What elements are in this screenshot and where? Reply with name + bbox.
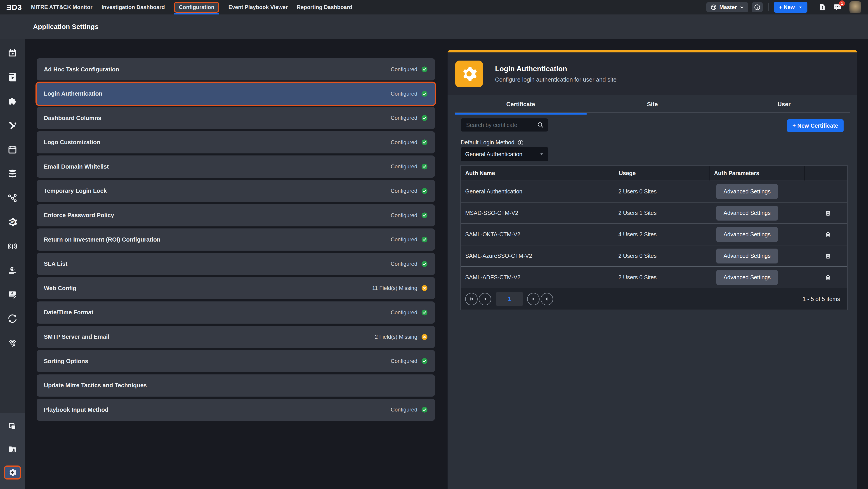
notifications-button[interactable]: 1 <box>833 3 842 11</box>
nav-tab-mitre-att-ck-monitor[interactable]: MITRE ATT&CK Monitor <box>31 4 92 10</box>
new-button[interactable]: + New <box>774 2 807 13</box>
sidebar-item-fingerprint[interactable] <box>0 331 25 355</box>
setting-item-dashboard-columns[interactable]: Dashboard ColumnsConfigured <box>37 107 435 129</box>
globe-report-icon <box>7 265 18 275</box>
status-missing-icon <box>421 334 428 340</box>
sidebar-item-calendar[interactable] <box>0 138 25 162</box>
status-text: Configured <box>391 163 417 170</box>
subheader: Application Settings <box>0 14 868 39</box>
sidebar-item-database[interactable] <box>0 162 25 186</box>
delete-icon[interactable] <box>825 231 831 238</box>
delete-icon[interactable] <box>825 274 831 281</box>
actions-cell <box>804 267 847 288</box>
sidebar-item-calendar-play[interactable] <box>0 41 25 65</box>
share-nodes-icon <box>7 193 18 203</box>
setting-item-playbook-input-method[interactable]: Playbook Input MethodConfigured <box>37 399 435 421</box>
release-notes-icon[interactable] <box>819 3 826 11</box>
sidebar-item-folder-user[interactable] <box>0 438 25 461</box>
setting-item-ad-hoc-task-configuration[interactable]: Ad Hoc Task ConfigurationConfigured <box>37 58 435 80</box>
playbook-icon <box>7 72 18 82</box>
search-input[interactable] <box>461 122 537 128</box>
setting-item-smtp-server-and-email[interactable]: SMTP Server and Email2 Field(s) Missing <box>37 326 435 348</box>
nav-tab-configuration[interactable]: Configuration <box>174 2 219 13</box>
next-page-button[interactable] <box>527 293 539 305</box>
status-text: Configured <box>391 406 417 413</box>
status-configured-icon <box>421 188 428 194</box>
setting-item-email-domain-whitelist[interactable]: Email Domain WhitelistConfigured <box>37 156 435 177</box>
sidebar-item-api-gear[interactable]: API <box>0 210 25 234</box>
advanced-settings-button[interactable]: Advanced Settings <box>716 184 778 199</box>
setting-label: Login Authentication <box>44 90 102 97</box>
status-text: Configured <box>391 139 417 145</box>
sidebar-item-copy[interactable] <box>0 415 25 438</box>
actions-cell <box>804 224 847 245</box>
panel-title: Login Authentication <box>495 65 617 73</box>
actions-cell <box>804 181 847 202</box>
sidebar-item-gear[interactable] <box>0 461 25 484</box>
sidebar-item-tools[interactable] <box>0 113 25 138</box>
status-text: Configured <box>391 91 417 97</box>
tab-certificate[interactable]: Certificate <box>455 95 587 113</box>
last-page-button[interactable] <box>541 293 553 305</box>
current-page[interactable]: 1 <box>496 292 523 306</box>
setting-item-sorting-options[interactable]: Sorting OptionsConfigured <box>37 350 435 372</box>
status-configured-icon <box>421 212 428 219</box>
sidebar-top-group: API <box>0 41 25 355</box>
column-header-usage: Usage <box>614 166 709 181</box>
setting-item-logo-customization[interactable]: Logo CustomizationConfigured <box>37 131 435 154</box>
database-icon <box>7 169 18 179</box>
actions-cell <box>804 246 847 266</box>
setting-label: Sorting Options <box>44 358 88 365</box>
nav-tab-investigation-dashboard[interactable]: Investigation Dashboard <box>101 4 165 10</box>
setting-item-login-authentication[interactable]: Login AuthenticationConfigured <box>37 83 435 105</box>
table-body: General Authentication2 Users 0 SitesAdv… <box>461 181 847 288</box>
first-page-button[interactable] <box>465 293 477 305</box>
info-button[interactable] <box>752 2 763 12</box>
column-header-actions <box>804 166 847 181</box>
site-selector[interactable]: Master <box>706 2 748 12</box>
setting-item-date-time-format[interactable]: Date/Time FormatConfigured <box>37 301 435 324</box>
usage-cell: 2 Users 0 Sites <box>614 267 709 288</box>
table-row-general-authentication: General Authentication2 Users 0 SitesAdv… <box>461 181 847 202</box>
setting-item-update-mitre-tactics-and-techniques[interactable]: Update Mitre Tactics and Techniques <box>37 374 435 397</box>
advanced-settings-button[interactable]: Advanced Settings <box>716 227 778 242</box>
sidebar-item-broadcast[interactable] <box>0 234 25 258</box>
tab-user[interactable]: User <box>718 95 850 113</box>
prev-page-button[interactable] <box>479 293 491 305</box>
avatar[interactable] <box>849 1 861 13</box>
auth-name-cell: General Authentication <box>461 181 614 202</box>
setting-label: Dashboard Columns <box>44 115 101 122</box>
info-icon[interactable] <box>518 140 524 145</box>
new-certificate-button[interactable]: + New Certificate <box>787 119 844 132</box>
calendar-icon <box>7 145 18 155</box>
tab-site[interactable]: Site <box>587 95 718 113</box>
delete-icon[interactable] <box>825 252 831 260</box>
nav-tab-event-playbook-viewer[interactable]: Event Playbook Viewer <box>228 4 287 10</box>
sidebar-item-globe-report[interactable] <box>0 258 25 283</box>
advanced-settings-button[interactable]: Advanced Settings <box>716 249 778 263</box>
sidebar-item-sync[interactable] <box>0 307 25 331</box>
sidebar-item-incident-edit[interactable] <box>0 283 25 307</box>
panel-subtitle: Configure login authentication for user … <box>495 76 617 83</box>
setting-item-temporary-login-lock[interactable]: Temporary Login LockConfigured <box>37 180 435 202</box>
status-text: Configured <box>391 66 417 72</box>
api-gear-icon: API <box>7 217 18 227</box>
panel-tabs: CertificateSiteUser <box>455 95 850 113</box>
caret-down-icon <box>798 5 802 9</box>
status-configured-icon <box>421 261 428 267</box>
delete-icon[interactable] <box>825 209 831 217</box>
default-login-method-select[interactable]: General Authentication <box>461 147 548 161</box>
setting-item-web-config[interactable]: Web Config11 Field(s) Missing <box>37 277 435 299</box>
search-icon[interactable] <box>537 122 544 128</box>
sidebar-item-puzzle[interactable] <box>0 90 25 114</box>
advanced-settings-button[interactable]: Advanced Settings <box>716 206 778 221</box>
setting-item-enforce-password-policy[interactable]: Enforce Password PolicyConfigured <box>37 204 435 226</box>
advanced-settings-button[interactable]: Advanced Settings <box>716 270 778 285</box>
dropdown-caret-icon <box>539 152 544 156</box>
sidebar-item-playbook[interactable] <box>0 65 25 90</box>
nav-tab-reporting-dashboard[interactable]: Reporting Dashboard <box>297 4 352 10</box>
actions-cell <box>804 202 847 224</box>
setting-item-return-on-investment-roi-configuration[interactable]: Return on Investment (ROI) Configuration… <box>37 228 435 251</box>
sidebar-item-share-nodes[interactable] <box>0 186 25 210</box>
setting-item-sla-list[interactable]: SLA ListConfigured <box>37 253 435 275</box>
